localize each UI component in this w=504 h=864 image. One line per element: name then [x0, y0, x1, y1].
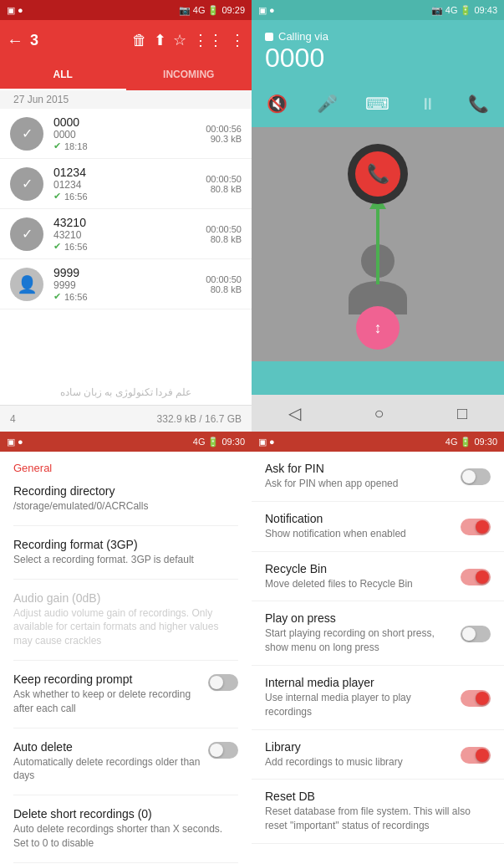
- check-icon: ✓: [22, 176, 33, 192]
- status-right: 📷4G🔋 09:43: [431, 5, 497, 16]
- settings-item-auto-delete[interactable]: Auto delete Automatically delete recordi…: [13, 740, 238, 796]
- recordings-footer: 4 332.9 kB / 16.7 GB: [0, 405, 252, 432]
- item-title: Delete short recordings (0): [13, 807, 238, 821]
- br-status-right: 4G🔋 09:30: [445, 437, 497, 447]
- star-button[interactable]: ☆: [173, 31, 186, 49]
- item-subtitle: Start playing recording on short press, …: [265, 626, 454, 655]
- status-bar-bottom-right: ▣ ● 4G🔋 09:30: [252, 432, 504, 452]
- item-time: 16:56: [64, 292, 88, 302]
- hold-button[interactable]: ⏸: [411, 87, 445, 120]
- internal-player-toggle[interactable]: [461, 690, 491, 707]
- calling-via-icon: [265, 33, 273, 41]
- share-button[interactable]: ⬆: [154, 31, 166, 49]
- list-item[interactable]: ✓ 43210 43210 ✔ 16:56 00:00:50 80.8 kB: [0, 209, 252, 259]
- item-time-row: ✔ 16:56: [53, 241, 206, 252]
- calling-via-label: Calling via: [265, 30, 491, 43]
- item-name: 0000: [53, 115, 206, 129]
- settings-item-recording-format[interactable]: Recording format (3GP) Select a recordin…: [13, 538, 238, 580]
- avatar: ✓: [10, 167, 43, 201]
- item-info: 9999 9999 ✔ 16:56: [53, 266, 206, 302]
- settings-item-ask-pin[interactable]: Ask for PIN Ask for PIN when app opened: [252, 452, 504, 502]
- auto-delete-toggle[interactable]: [208, 742, 238, 759]
- item-title: Reset DB: [265, 790, 491, 803]
- settings-item-delete-short[interactable]: Delete short recordings (0) Auto delete …: [13, 807, 238, 863]
- item-size: 80.8 kB: [206, 184, 242, 194]
- date-header: 27 Jun 2015: [0, 90, 252, 109]
- item-name: 9999: [53, 266, 206, 279]
- tab-all[interactable]: ALL: [0, 60, 126, 90]
- settings-content: General Recording directory /storage/emu…: [0, 452, 252, 864]
- mic-button[interactable]: 🎤: [311, 87, 344, 120]
- item-text: Library Add recordings to music library: [265, 740, 454, 769]
- settings-item-reset-db[interactable]: Reset DB Reset database from file system…: [252, 780, 504, 844]
- settings-item-recycle-bin[interactable]: Recycle Bin Move deleted files to Recycl…: [252, 552, 504, 602]
- item-title: Recording format (3GP): [13, 538, 238, 551]
- back-nav-button[interactable]: ◁: [288, 403, 301, 423]
- play-on-press-toggle[interactable]: [461, 626, 491, 642]
- call-header: Calling via 0000: [252, 20, 504, 80]
- settings-item-play-on-press[interactable]: Play on press Start playing recording on…: [252, 601, 504, 666]
- swipe-arrow: [369, 194, 386, 284]
- keep-recording-toggle[interactable]: [208, 674, 238, 691]
- keypad-button[interactable]: ⌨: [361, 87, 395, 120]
- item-subtitle: Use internal media player to play record…: [265, 691, 454, 719]
- call-area: 📞 ↕: [252, 127, 504, 361]
- notification-toggle[interactable]: [461, 519, 491, 535]
- item-number: 01234: [53, 179, 206, 191]
- recents-nav-button[interactable]: □: [457, 404, 467, 423]
- more-button[interactable]: ⋮: [230, 31, 245, 49]
- tick-icon: ✔: [53, 191, 61, 202]
- item-meta: 00:00:50 80.8 kB: [206, 174, 242, 194]
- item-time: 16:56: [64, 192, 88, 202]
- item-size: 80.8 kB: [206, 234, 242, 244]
- ask-pin-toggle[interactable]: [461, 468, 491, 485]
- item-name: 43210: [53, 216, 206, 229]
- settings-item-internal-player[interactable]: Internal media player Use internal media…: [252, 666, 504, 730]
- tab-incoming[interactable]: INCOMING: [126, 60, 252, 90]
- tick-icon: ✔: [53, 291, 61, 302]
- library-toggle[interactable]: [461, 747, 491, 764]
- item-duration: 00:00:56: [206, 124, 242, 134]
- list-item[interactable]: ✓ 0000 0000 ✔ 18:18 00:00:56 90.3 kB: [0, 109, 252, 159]
- item-subtitle: Ask whether to keep or delete recording …: [13, 688, 201, 716]
- status-bar-top-left: ▣ ● 📷4G🔋 09:29: [0, 0, 252, 20]
- item-meta: 00:00:50 80.8 kB: [206, 224, 242, 244]
- item-title: Recording directory: [13, 484, 238, 498]
- mute-button[interactable]: 🔇: [260, 87, 293, 120]
- item-text: Recycle Bin Move deleted files to Recycl…: [265, 562, 454, 591]
- item-title: Library: [265, 740, 454, 754]
- back-button[interactable]: ←: [7, 31, 23, 50]
- item-text: Notification Show notification when enab…: [265, 512, 454, 541]
- list-item[interactable]: 👤 9999 9999 ✔ 16:56 00:00:50 80.8 kB: [0, 259, 252, 309]
- end-call-button[interactable]: 📞: [348, 144, 408, 204]
- item-subtitle: /storage/emulated/0/ACRCalls: [13, 499, 238, 514]
- item-meta: 00:00:56 90.3 kB: [206, 124, 242, 144]
- item-title: Ask for PIN: [265, 462, 454, 475]
- recycle-bin-toggle[interactable]: [461, 569, 491, 585]
- item-number: 43210: [53, 229, 206, 241]
- bl-status-right: 4G🔋 09:30: [193, 437, 245, 447]
- home-nav-button[interactable]: ○: [374, 404, 384, 423]
- settings-item-recording-directory[interactable]: Recording directory /storage/emulated/0/…: [13, 484, 238, 526]
- tick-icon: ✔: [53, 141, 61, 151]
- delete-button[interactable]: 🗑: [132, 32, 147, 49]
- item-time-row: ✔ 18:18: [53, 141, 206, 151]
- settings-item-library[interactable]: Library Add recordings to music library: [252, 730, 504, 780]
- footer-count: 4: [10, 413, 16, 425]
- phone-button[interactable]: 📞: [462, 87, 496, 120]
- status-left-icons: ▣ ●: [7, 5, 23, 16]
- tick-icon: ✔: [53, 241, 61, 252]
- item-number: 9999: [53, 279, 206, 291]
- status-left: ▣ ●: [258, 5, 275, 16]
- recordings-list-panel: ▣ ● 📷4G🔋 09:29 ← 3 🗑 ⬆ ☆ ⋮⋮ ⋮ ALL INCOMI…: [0, 0, 252, 432]
- list-item[interactable]: ✓ 01234 01234 ✔ 16:56 00:00:50 80.8 kB: [0, 159, 252, 209]
- accept-call-button[interactable]: ↕: [356, 306, 400, 350]
- item-size: 90.3 kB: [206, 134, 242, 144]
- grid-button[interactable]: ⋮⋮: [193, 31, 223, 49]
- item-time-row: ✔ 16:56: [53, 291, 206, 302]
- watermark: علم فردا تکنولوژی به زبان ساده: [0, 386, 252, 398]
- item-title: Keep recording prompt: [13, 672, 201, 686]
- settings-item-keep-recording[interactable]: Keep recording prompt Ask whether to kee…: [13, 672, 238, 729]
- settings-item-notification[interactable]: Notification Show notification when enab…: [252, 502, 504, 552]
- item-time-row: ✔ 16:56: [53, 191, 206, 202]
